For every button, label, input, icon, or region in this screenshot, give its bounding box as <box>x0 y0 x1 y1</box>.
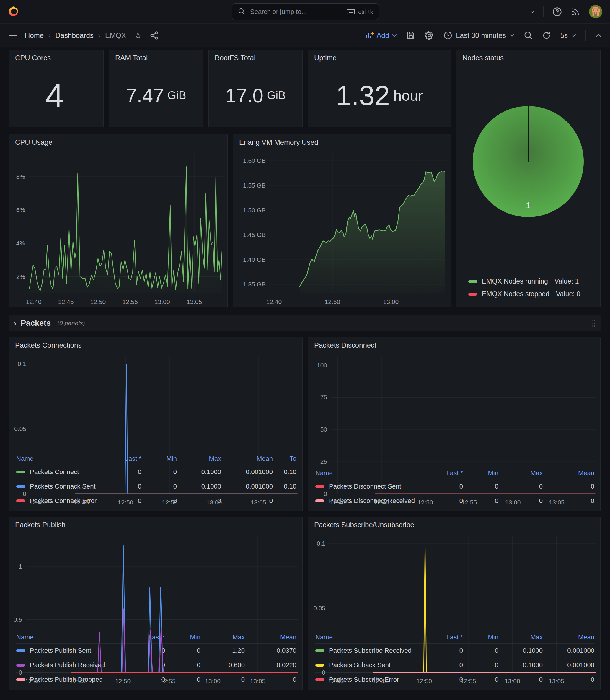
svg-text:13:05: 13:05 <box>549 499 564 506</box>
svg-text:4%: 4% <box>16 240 25 246</box>
nodes-status-pie-chart[interactable]: 1 <box>456 64 600 277</box>
legend-item-running[interactable]: EMQX Nodes running Value: 1 <box>468 277 594 285</box>
svg-text:12:55: 12:55 <box>162 499 178 506</box>
packets-connections-chart[interactable]: 00.050.112:4012:4512:5012:5513:0013:05 <box>9 351 302 452</box>
stat-value: 4 <box>9 64 103 127</box>
panel-title[interactable]: RootFS Total <box>209 50 302 64</box>
svg-text:12:45: 12:45 <box>70 678 86 684</box>
panel-title[interactable]: Packets Disconnect <box>308 337 600 351</box>
row-title[interactable]: Packets <box>21 319 51 328</box>
panel-title[interactable]: Packets Publish <box>9 517 302 531</box>
save-dashboard-button[interactable] <box>406 31 415 40</box>
panel-title[interactable]: CPU Usage <box>9 134 227 148</box>
refresh-interval-picker[interactable]: 5s <box>560 31 576 39</box>
legend-item-stopped[interactable]: EMQX Nodes stopped Value: 0 <box>468 290 594 298</box>
user-avatar[interactable] <box>589 5 602 18</box>
chevron-down-icon <box>510 34 514 37</box>
chevron-down-icon <box>571 34 576 37</box>
collapse-toolbar-icon[interactable] <box>595 33 602 37</box>
panel-cpu-cores: CPU Cores 4 <box>9 50 103 127</box>
svg-text:6%: 6% <box>16 206 25 213</box>
svg-text:13:00: 13:00 <box>155 298 170 305</box>
svg-text:13:00: 13:00 <box>205 678 221 684</box>
nodes-status-legend: EMQX Nodes running Value: 1 EMQX Nodes s… <box>456 277 600 307</box>
panel-title[interactable]: Uptime <box>308 50 451 64</box>
time-range-picker[interactable]: Last 30 minutes <box>444 31 514 40</box>
packets-disconnect-chart[interactable]: 025507510012:4012:4512:5012:5513:0013:05 <box>308 351 600 467</box>
row-packets[interactable]: › Packets (0 panels) <box>9 315 600 331</box>
grafana-logo[interactable] <box>8 5 20 18</box>
packets-publish-chart[interactable]: 00.5112:4012:4512:5012:5513:0013:05 <box>9 531 302 631</box>
svg-text:12:40: 12:40 <box>328 678 344 684</box>
panel-cpu-usage: CPU Usage 2%4%6%8%12:4012:4512:5012:5513… <box>9 134 228 307</box>
svg-text:13:00: 13:00 <box>206 499 222 506</box>
panel-packets-connections: Packets Connections 00.050.112:4012:4512… <box>9 337 303 511</box>
svg-text:0.1: 0.1 <box>18 360 26 367</box>
search-input[interactable] <box>250 8 342 16</box>
chevron-down-icon <box>392 34 397 37</box>
stat-value: 7.47GiB <box>109 64 203 127</box>
svg-text:1: 1 <box>19 563 22 570</box>
help-icon[interactable] <box>552 7 562 17</box>
svg-text:25: 25 <box>320 458 327 465</box>
add-panel-button[interactable]: Add <box>365 31 397 39</box>
top-nav: ctrl+k <box>0 0 610 23</box>
svg-text:12:55: 12:55 <box>122 298 138 305</box>
dashboard-settings-button[interactable] <box>424 31 434 40</box>
svg-text:0: 0 <box>19 669 22 676</box>
svg-text:12:50: 12:50 <box>416 678 432 684</box>
legend-swatch <box>468 293 477 296</box>
favorite-star-icon[interactable]: ☆ <box>134 31 142 40</box>
svg-text:1.60 GB: 1.60 GB <box>243 157 266 164</box>
svg-text:12:55: 12:55 <box>462 499 477 506</box>
zoom-out-icon[interactable] <box>524 31 533 40</box>
news-rss-icon[interactable] <box>571 7 580 17</box>
dashboard-toolbar: Home › Dashboards › EMQX ☆ Add Last 30 m… <box>0 23 610 47</box>
svg-text:12:40: 12:40 <box>266 298 282 305</box>
svg-text:2%: 2% <box>16 273 25 280</box>
series-line <box>71 545 297 672</box>
share-icon[interactable] <box>150 31 159 40</box>
row-drag-handle-icon[interactable] <box>592 319 596 328</box>
row-expand-chevron-icon[interactable]: › <box>14 319 17 328</box>
panel-ram-total: RAM Total 7.47GiB <box>109 50 203 127</box>
panel-title[interactable]: Packets Connections <box>9 337 302 351</box>
keyboard-icon <box>346 9 355 15</box>
mega-menu-icon[interactable] <box>8 32 17 39</box>
svg-text:0: 0 <box>322 669 325 676</box>
panel-title[interactable]: Packets Subscribe/Unsubscribe <box>308 517 600 531</box>
series-fill <box>71 545 297 672</box>
svg-text:50: 50 <box>320 426 327 433</box>
search-bar[interactable]: ctrl+k <box>232 3 379 20</box>
erlang-vm-memory-chart[interactable]: 1.35 GB1.40 GB1.45 GB1.50 GB1.55 GB1.60 … <box>233 148 451 307</box>
panel-title[interactable]: Erlang VM Memory Used <box>233 134 451 148</box>
new-dropdown-button[interactable] <box>521 8 534 16</box>
refresh-icon[interactable] <box>542 31 551 40</box>
svg-text:12:40: 12:40 <box>29 499 45 506</box>
breadcrumb-home[interactable]: Home <box>25 31 44 39</box>
nav-divider <box>543 6 544 17</box>
svg-text:12:40: 12:40 <box>330 499 346 506</box>
svg-text:0: 0 <box>324 490 327 497</box>
legend-swatch <box>468 280 477 283</box>
svg-text:12:40: 12:40 <box>26 298 42 305</box>
breadcrumb-separator: › <box>98 32 100 39</box>
panel-title[interactable]: CPU Cores <box>9 50 103 64</box>
svg-text:12:55: 12:55 <box>160 678 176 684</box>
panel-title[interactable]: Nodes status <box>456 50 600 64</box>
svg-text:0.5: 0.5 <box>14 616 22 623</box>
svg-text:0.05: 0.05 <box>14 425 26 432</box>
svg-text:1.50 GB: 1.50 GB <box>243 207 266 213</box>
series-fill <box>300 172 445 293</box>
svg-text:12:40: 12:40 <box>25 678 41 684</box>
panel-nodes-status: Nodes status 1 EMQX Nodes running Value:… <box>456 50 600 307</box>
svg-text:12:45: 12:45 <box>74 499 89 506</box>
svg-text:1.40 GB: 1.40 GB <box>243 256 266 263</box>
breadcrumb-dashboards[interactable]: Dashboards <box>55 31 93 39</box>
svg-text:8%: 8% <box>16 173 25 180</box>
panel-title[interactable]: RAM Total <box>109 50 203 64</box>
breadcrumb-emqx[interactable]: EMQX <box>105 31 126 39</box>
packets-subscribe-chart[interactable]: 00.050.112:4012:4512:5012:5513:0013:05 <box>308 531 600 631</box>
breadcrumb-separator: › <box>48 32 50 39</box>
cpu-usage-chart[interactable]: 2%4%6%8%12:4012:4512:5012:5513:0013:05 <box>9 148 227 307</box>
